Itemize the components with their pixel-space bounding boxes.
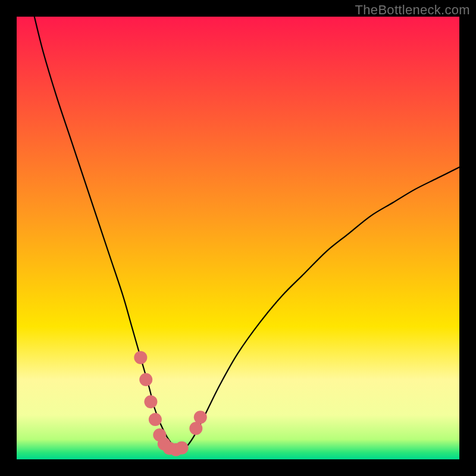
- watermark-text: TheBottleneck.com: [355, 2, 470, 18]
- marker-dot: [149, 413, 162, 426]
- plot-area: [17, 17, 459, 459]
- chart-container: TheBottleneck.com: [0, 0, 476, 476]
- marker-dot: [134, 351, 147, 364]
- marker-dot: [176, 441, 189, 455]
- gradient-background: [17, 17, 459, 459]
- bottleneck-chart: [17, 17, 459, 459]
- marker-dot: [139, 373, 152, 386]
- marker-dot: [194, 411, 207, 424]
- marker-dot: [144, 395, 157, 408]
